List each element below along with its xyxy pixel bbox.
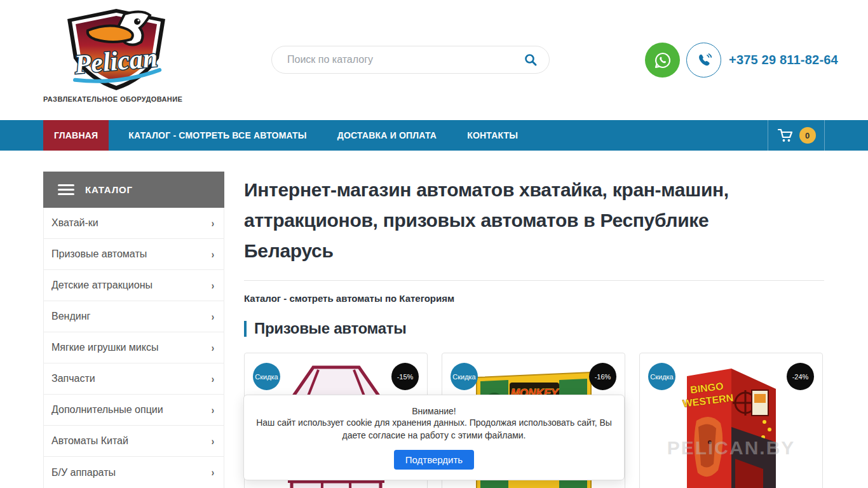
sidebar-list: Хватай-ки › Призовые автоматы › Детские … xyxy=(43,208,224,488)
sidebar-title: КАТАЛОГ xyxy=(85,184,133,195)
sale-badge: Скидка xyxy=(253,363,280,390)
site-logo[interactable]: Pelican РАЗВЛЕКАТЕЛЬНОЕ ОБОРУДОВАНИЕ xyxy=(43,5,189,103)
search-icon xyxy=(524,53,538,67)
search-bar xyxy=(271,46,550,74)
discount-badge: -15% xyxy=(391,363,419,390)
nav-item-contacts[interactable]: КОНТАКТЫ xyxy=(456,120,529,151)
cookie-body: Наш сайт использует cookie для хранения … xyxy=(250,417,618,442)
discount-badge: -16% xyxy=(589,363,616,390)
cart-button[interactable]: 0 xyxy=(768,120,825,151)
header-contacts: +375 29 811-82-64 xyxy=(645,43,838,78)
discount-badge: -24% xyxy=(787,363,814,390)
catalog-subtitle: Каталог - смотреть автоматы по Категория… xyxy=(244,293,824,304)
whatsapp-icon xyxy=(653,51,672,70)
sidebar-item-prizovye[interactable]: Призовые автоматы › xyxy=(44,239,224,270)
cart-icon xyxy=(777,128,794,143)
section-title: Призовые автоматы xyxy=(254,320,406,337)
chevron-right-icon: › xyxy=(212,342,214,353)
sidebar-item-zapchasti[interactable]: Запчасти › xyxy=(44,363,224,395)
product-image-bingo-western-machine: BINGO WESTERN BINGO xyxy=(668,363,795,488)
search-input[interactable] xyxy=(287,54,524,65)
whatsapp-button[interactable] xyxy=(645,43,680,78)
hamburger-icon xyxy=(58,184,74,195)
chevron-right-icon: › xyxy=(212,435,214,447)
product-card[interactable]: Скидка -24% PELICAN.BY BINGO WESTERN xyxy=(639,353,823,488)
nav-item-catalog[interactable]: КАТАЛОГ - СМОТРЕТЬ ВСЕ АВТОМАТЫ xyxy=(118,120,317,151)
sale-badge: Скидка xyxy=(648,363,675,390)
chevron-right-icon: › xyxy=(212,404,214,416)
cookie-confirm-button[interactable]: Подтвердить xyxy=(394,450,474,470)
photo-watermark: PELICAN.BY xyxy=(667,437,796,459)
chevron-right-icon: › xyxy=(212,248,214,260)
chevron-right-icon: › xyxy=(212,467,214,478)
sidebar-item-opcii[interactable]: Дополнительные опции › xyxy=(44,395,224,426)
chevron-right-icon: › xyxy=(212,311,214,322)
chevron-right-icon: › xyxy=(212,217,214,229)
catalog-sidebar: КАТАЛОГ Хватай-ки › Призовые автоматы › … xyxy=(43,172,224,488)
logo-caption: РАЗВЛЕКАТЕЛЬНОЕ ОБОРУДОВАНИЕ xyxy=(43,95,189,103)
cookie-title: Внимание! xyxy=(244,406,624,416)
nav-item-delivery[interactable]: ДОСТАВКА И ОПЛАТА xyxy=(327,120,447,151)
phone-number[interactable]: +375 29 811-82-64 xyxy=(729,53,838,67)
section-accent-bar xyxy=(244,321,247,337)
sidebar-item-myagkie[interactable]: Мягкие игрушки миксы › xyxy=(44,332,224,363)
sidebar-item-hvataiki[interactable]: Хватай-ки › xyxy=(44,208,224,239)
pelican-logo-icon: Pelican xyxy=(50,5,183,94)
sale-badge: Скидка xyxy=(451,363,478,390)
phone-icon xyxy=(695,51,713,69)
divider xyxy=(244,280,824,281)
catalog-sidebar-header[interactable]: КАТАЛОГ xyxy=(43,172,224,208)
chevron-right-icon: › xyxy=(212,373,214,384)
page-title: Интернет-магазин автоматов хватайка, кра… xyxy=(244,175,784,266)
section-header: Призовые автоматы xyxy=(244,320,824,337)
header: Pelican РАЗВЛЕКАТЕЛЬНОЕ ОБОРУДОВАНИЕ xyxy=(0,0,868,120)
phone-button[interactable] xyxy=(686,43,721,78)
cart-count-badge: 0 xyxy=(799,127,816,144)
sidebar-item-bu[interactable]: Б/У аппараты › xyxy=(44,457,224,488)
chevron-right-icon: › xyxy=(212,280,214,291)
sidebar-item-kitai[interactable]: Автоматы Китай › xyxy=(44,426,224,457)
sidebar-item-vending[interactable]: Вендинг › xyxy=(44,301,224,332)
cookie-notice: Внимание! Наш сайт использует cookie для… xyxy=(243,395,625,480)
sidebar-item-detskie[interactable]: Детские аттракционы › xyxy=(44,270,224,301)
search-button[interactable] xyxy=(524,53,538,67)
main-navigation: ГЛАВНАЯ КАТАЛОГ - СМОТРЕТЬ ВСЕ АВТОМАТЫ … xyxy=(0,120,868,151)
nav-item-home[interactable]: ГЛАВНАЯ xyxy=(43,120,109,151)
